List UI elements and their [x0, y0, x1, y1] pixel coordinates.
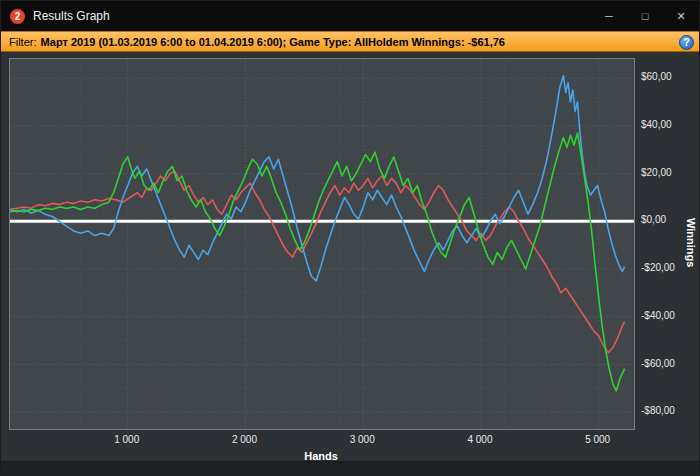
y-tick-label: $0,00	[641, 213, 666, 227]
results-graph-window: 2 Results Graph ─ □ ✕ Filter: Март 2019 …	[0, 0, 700, 476]
x-tick-label: 2 000	[219, 434, 269, 445]
help-icon[interactable]: ?	[679, 35, 694, 50]
chart-area: $60,00$40,00$20,00$0,00-$20,00-$40,00-$6…	[1, 52, 699, 475]
results-line-chart	[10, 59, 634, 429]
minimize-button[interactable]: ─	[591, 1, 627, 31]
series-line-green	[10, 133, 625, 391]
x-tick-label: 4 000	[455, 434, 505, 445]
app-logo-icon: 2	[10, 9, 25, 24]
plot-area	[9, 58, 635, 430]
filter-bar[interactable]: Filter: Март 2019 (01.03.2019 6:00 to 01…	[1, 31, 699, 52]
y-tick-label: -$40,00	[641, 309, 675, 323]
filter-label: Filter:	[9, 36, 37, 48]
y-axis-title: Winnings	[685, 58, 697, 428]
filter-value-text: Март 2019 (01.03.2019 6:00 to 01.04.2019…	[41, 36, 505, 48]
y-tick-label: $20,00	[641, 166, 672, 180]
window-footer	[1, 461, 699, 475]
x-tick-label: 1 000	[102, 434, 152, 445]
series-line-red	[10, 171, 625, 352]
y-tick-label: $60,00	[641, 70, 672, 84]
y-tick-label: -$80,00	[641, 404, 675, 418]
y-tick-label: -$60,00	[641, 357, 675, 371]
y-tick-label: $40,00	[641, 118, 672, 132]
y-tick-label: -$20,00	[641, 261, 675, 275]
window-title: Results Graph	[33, 9, 110, 23]
close-button[interactable]: ✕	[663, 1, 699, 31]
maximize-button[interactable]: □	[627, 1, 663, 31]
x-tick-label: 3 000	[337, 434, 387, 445]
title-bar: 2 Results Graph ─ □ ✕	[1, 1, 699, 31]
x-tick-label: 5 000	[573, 434, 623, 445]
window-controls: ─ □ ✕	[591, 1, 699, 31]
